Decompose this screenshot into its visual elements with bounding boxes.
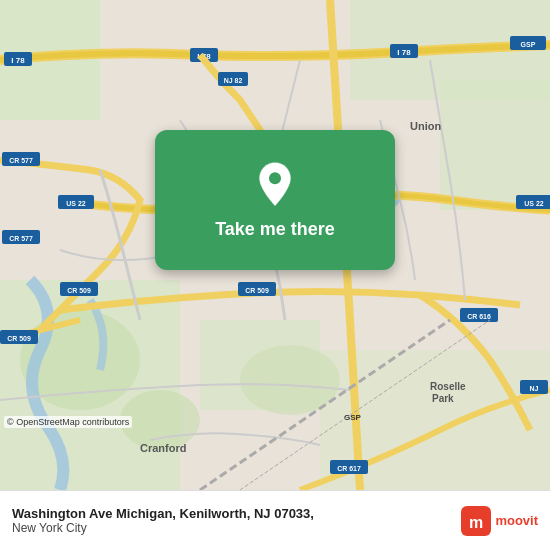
location-info: Washington Ave Michigan, Kenilworth, NJ … xyxy=(12,506,314,535)
svg-text:m: m xyxy=(469,514,483,531)
svg-text:Cranford: Cranford xyxy=(140,442,186,454)
location-pin-icon xyxy=(251,161,299,209)
svg-text:NJ 82: NJ 82 xyxy=(224,77,243,84)
moovit-logo[interactable]: m moovit xyxy=(461,506,538,536)
svg-text:GSP: GSP xyxy=(521,41,536,48)
svg-text:CR 577: CR 577 xyxy=(9,235,33,242)
svg-text:US 22: US 22 xyxy=(66,200,86,207)
osm-attribution: © OpenStreetMap contributors xyxy=(4,416,132,428)
svg-text:CR 617: CR 617 xyxy=(337,465,361,472)
svg-text:CR 616: CR 616 xyxy=(467,313,491,320)
svg-text:US 22: US 22 xyxy=(524,200,544,207)
svg-point-48 xyxy=(269,172,281,184)
svg-text:Park: Park xyxy=(432,393,454,404)
svg-text:CR 509: CR 509 xyxy=(245,287,269,294)
svg-text:I 78: I 78 xyxy=(397,48,411,57)
moovit-text: moovit xyxy=(495,513,538,528)
svg-text:I 78: I 78 xyxy=(11,56,25,65)
svg-text:CR 509: CR 509 xyxy=(7,335,31,342)
svg-rect-4 xyxy=(440,80,550,210)
svg-text:Roselle: Roselle xyxy=(430,381,466,392)
bottom-bar: Washington Ave Michigan, Kenilworth, NJ … xyxy=(0,490,550,550)
svg-text:CR 509: CR 509 xyxy=(67,287,91,294)
svg-text:CR 577: CR 577 xyxy=(9,157,33,164)
cta-label: Take me there xyxy=(215,219,335,240)
moovit-icon: m xyxy=(461,506,491,536)
location-title: Washington Ave Michigan, Kenilworth, NJ … xyxy=(12,506,314,521)
take-me-there-button[interactable]: Take me there xyxy=(155,130,395,270)
svg-text:Union: Union xyxy=(410,120,441,132)
svg-text:NJ: NJ xyxy=(530,385,539,392)
location-subtitle: New York City xyxy=(12,521,314,535)
map-container: I 78 I 78 I 78 GSP NJ 82 US 22 US 22 CR … xyxy=(0,0,550,490)
